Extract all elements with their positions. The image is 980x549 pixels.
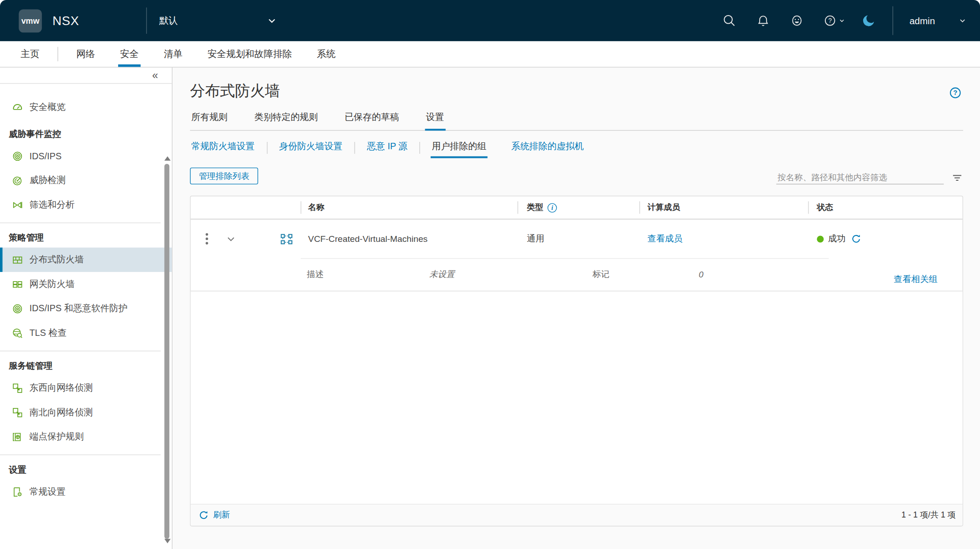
nav-item-security[interactable]: 安全 xyxy=(118,41,141,67)
title-bar: vmw NSX 默认 ? xyxy=(0,0,980,41)
tags-value: 0 xyxy=(699,270,704,279)
column-header-members: 计算成员 xyxy=(639,196,808,219)
nav-item-system[interactable]: 系统 xyxy=(315,41,337,67)
subtab-system-excluded-vms[interactable]: 系统排除的虚拟机 xyxy=(510,141,585,158)
status-label: 成功 xyxy=(828,233,845,245)
column-header-type: 类型i xyxy=(517,196,639,219)
table-header-controls xyxy=(191,196,301,219)
group-name: VCF-Created-Virtual-Machines xyxy=(301,234,517,244)
chevron-down-icon xyxy=(266,16,276,26)
sidebar-section-settings: 设置 xyxy=(0,465,172,476)
subtab-malicious-ip-feeds[interactable]: 恶意 IP 源 xyxy=(365,141,409,158)
item-count: 1 - 1 项/共 1 项 xyxy=(902,509,956,521)
titlebar-actions: ? admin xyxy=(722,6,980,35)
help-icon: ? xyxy=(823,14,837,27)
project-selector[interactable]: 默认 xyxy=(146,15,285,26)
north-south-icon xyxy=(12,407,23,418)
sidebar-item-threat-detection[interactable]: 威胁检测 xyxy=(0,168,172,193)
sidebar-item-endpoint-protection[interactable]: 端点保护规则 xyxy=(0,424,172,449)
filter-area xyxy=(776,171,963,184)
toolbar: 管理排除列表 xyxy=(190,167,963,184)
sidebar-item-security-overview[interactable]: 安全概览 xyxy=(0,95,172,119)
filter-icon[interactable] xyxy=(951,172,963,183)
chevron-down-icon xyxy=(839,17,845,24)
row-menu-kebab-icon[interactable] xyxy=(206,233,208,244)
sidebar-item-tls-inspection[interactable]: TLS 检查 xyxy=(0,321,172,345)
sidebar-item-gateway-firewall[interactable]: 网关防火墙 xyxy=(0,272,172,296)
nav-item-home[interactable]: 主页 xyxy=(19,41,41,67)
table-footer: 刷新 1 - 1 项/共 1 项 xyxy=(191,504,963,526)
notifications-bell-icon[interactable] xyxy=(756,13,771,28)
column-header-name: 名称 xyxy=(301,196,517,219)
subtab-identity-firewall-settings[interactable]: 身份防火墙设置 xyxy=(278,141,344,158)
tab-category-rules[interactable]: 类别特定的规则 xyxy=(253,111,319,131)
row-detail: 描述 未设置 标记 0 查看相关组 xyxy=(191,258,963,292)
type-info-icon[interactable]: i xyxy=(547,203,557,213)
subtab-general-firewall-settings[interactable]: 常规防火墙设置 xyxy=(190,141,256,158)
target-icon xyxy=(12,303,23,314)
sidebar-item-distributed-firewall[interactable]: 分布式防火墙 xyxy=(0,247,172,272)
subtab-divider xyxy=(419,142,420,154)
radar-icon xyxy=(12,175,23,186)
sidebar-scrollbar xyxy=(164,155,170,544)
sidebar-section-policy-management: 策略管理 xyxy=(0,233,172,244)
view-members-link[interactable]: 查看成员 xyxy=(647,233,683,243)
tags-label: 标记 xyxy=(593,269,699,280)
nav-item-networking[interactable]: 网络 xyxy=(74,41,97,67)
sidebar-item-ids-ips-malware[interactable]: IDS/IPS 和恶意软件防护 xyxy=(0,296,172,320)
refresh-icon xyxy=(199,510,209,520)
scrollbar-thumb[interactable] xyxy=(164,164,169,539)
sidebar-item-ids-ips[interactable]: IDS/IPS xyxy=(0,144,172,168)
tls-inspect-icon xyxy=(12,327,23,339)
tab-settings[interactable]: 设置 xyxy=(425,111,445,131)
sidebar-collapse-icon[interactable]: « xyxy=(152,70,158,80)
subtab-divider xyxy=(354,142,355,154)
help-menu[interactable]: ? xyxy=(823,14,845,27)
manage-exclusion-list-button[interactable]: 管理排除列表 xyxy=(190,167,258,184)
gauge-icon xyxy=(12,102,23,113)
sidebar-section-service-chain: 服务链管理 xyxy=(0,361,172,372)
filter-input[interactable] xyxy=(776,171,944,184)
sidebar-item-general-settings[interactable]: 常规设置 xyxy=(0,480,172,504)
sidebar-item-north-south[interactable]: 南北向网络侦测 xyxy=(0,400,172,424)
target-icon xyxy=(12,150,23,162)
view-related-groups-link[interactable]: 查看相关组 xyxy=(894,274,938,285)
nav-divider xyxy=(57,47,58,62)
row-controls xyxy=(191,233,301,244)
subtab-divider xyxy=(266,142,267,154)
table-empty-space xyxy=(191,291,963,504)
scrollbar-up-arrow[interactable] xyxy=(164,156,171,161)
subtab-user-excluded-groups[interactable]: 用户排除的组 xyxy=(431,141,488,158)
status-refresh-icon[interactable] xyxy=(851,234,861,244)
feedback-smiley-icon[interactable] xyxy=(789,13,804,28)
tab-bar: 所有规则 类别特定的规则 已保存的草稿 设置 xyxy=(190,111,963,131)
group-type: 通用 xyxy=(517,233,639,245)
vmware-logo: vmw xyxy=(19,9,42,32)
exclusion-groups-table: 名称 类型i 计算成员 状态 VCF-Creat xyxy=(190,196,963,527)
tab-all-rules[interactable]: 所有规则 xyxy=(190,111,229,131)
dark-mode-moon-icon[interactable] xyxy=(861,13,876,28)
subtab-bar: 常规防火墙设置 身份防火墙设置 恶意 IP 源 用户排除的组 系统排除的虚拟机 xyxy=(190,141,980,158)
sidebar-divider xyxy=(0,455,161,455)
refresh-button[interactable]: 刷新 xyxy=(199,509,230,521)
sidebar-item-east-west[interactable]: 东西向网络侦测 xyxy=(0,376,172,400)
scrollbar-down-arrow[interactable] xyxy=(164,539,171,544)
tab-saved-drafts[interactable]: 已保存的草稿 xyxy=(344,111,401,131)
status-cell: 成功 xyxy=(808,233,962,245)
sidebar-item-filter-analyze[interactable]: 筛选和分析 xyxy=(0,193,172,217)
status-success-dot xyxy=(817,235,824,242)
page-help-icon[interactable]: ? xyxy=(949,86,962,99)
general-settings-icon xyxy=(12,486,23,497)
search-icon[interactable] xyxy=(722,13,737,28)
sidebar: « 安全概览 威胁事件监控 IDS/IPS xyxy=(0,68,172,549)
top-nav: 主页 网络 安全 清单 安全规划和故障排除 系统 xyxy=(0,41,980,68)
row-expand-chevron-icon[interactable] xyxy=(226,234,235,244)
user-menu[interactable]: admin xyxy=(893,16,980,26)
nav-item-inventory[interactable]: 清单 xyxy=(162,41,184,67)
table-header: 名称 类型i 计算成员 状态 xyxy=(191,196,963,220)
username: admin xyxy=(909,16,935,26)
gateway-firewall-icon xyxy=(12,278,23,290)
sidebar-collapse-row: « xyxy=(0,68,172,84)
nav-item-plan-troubleshoot[interactable]: 安全规划和故障排除 xyxy=(206,41,294,67)
project-selector-label: 默认 xyxy=(159,15,178,26)
